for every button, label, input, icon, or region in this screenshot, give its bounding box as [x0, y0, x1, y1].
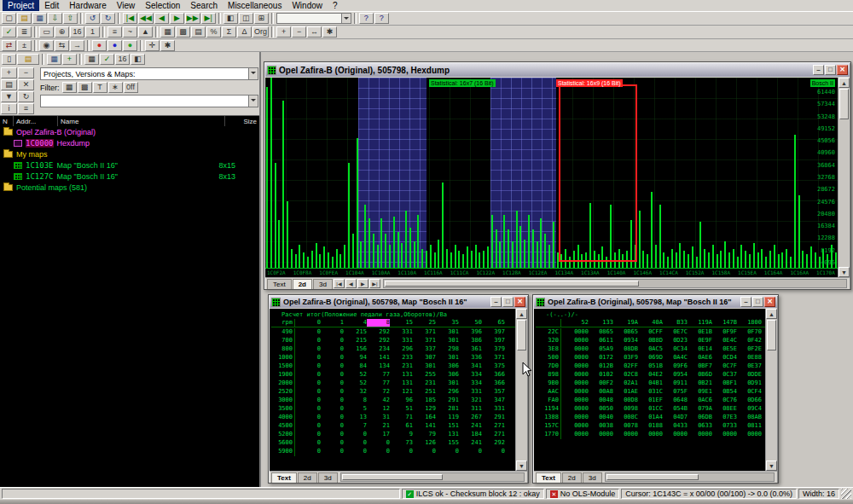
- axis-value[interactable]: 1: [321, 319, 344, 327]
- map-cell-value[interactable]: 77: [367, 371, 390, 379]
- map-cell-value[interactable]: 08AB: [737, 414, 762, 422]
- map-cell-value[interactable]: 298: [436, 345, 459, 354]
- map-cell-value[interactable]: 156: [344, 345, 367, 354]
- map-cell-value[interactable]: 126: [413, 439, 436, 448]
- map-cell-value[interactable]: 366: [482, 371, 505, 379]
- filter-text-icon[interactable]: T: [93, 82, 107, 93]
- map-cell-value[interactable]: 09E1: [688, 388, 712, 397]
- map-cell-value[interactable]: 0: [298, 397, 321, 405]
- map-cell-value[interactable]: 119: [436, 414, 459, 422]
- map-cell-value[interactable]: 0000: [564, 405, 589, 414]
- search-icon[interactable]: ◉: [39, 40, 54, 51]
- projects-versions-maps-combo[interactable]: Projects, Versions & Maps:: [40, 67, 258, 80]
- close-button[interactable]: ✕: [764, 297, 775, 307]
- close-button[interactable]: ✕: [514, 297, 525, 307]
- axis-value[interactable]: 133: [589, 319, 613, 327]
- map-cell-value[interactable]: 00F2: [589, 379, 613, 388]
- map-cell-value[interactable]: 331: [390, 328, 413, 337]
- menu-item-selection[interactable]: Selection: [140, 0, 185, 11]
- map-cell-value[interactable]: 0: [321, 354, 344, 362]
- map-cell-value[interactable]: 0000: [564, 362, 589, 371]
- nav-first-icon[interactable]: |◀: [334, 279, 345, 288]
- axis-value[interactable]: 0: [298, 319, 321, 327]
- map-cell-value[interactable]: 331: [390, 337, 413, 345]
- map-cell-value[interactable]: 0: [482, 448, 505, 456]
- map-cell-value[interactable]: 184: [459, 431, 482, 439]
- map-cell-value[interactable]: 0: [321, 362, 344, 371]
- map-cell-value[interactable]: 32: [344, 388, 367, 397]
- scrollbar-track[interactable]: [838, 120, 850, 267]
- map-cell-value[interactable]: 0B54: [712, 388, 737, 397]
- view-text-icon[interactable]: ≡: [107, 26, 122, 38]
- map-cell-value[interactable]: 0000: [564, 379, 589, 388]
- map1-table[interactable]: Расчет итог(Положение педали газа,Оборот…: [270, 309, 515, 471]
- map-cell-value[interactable]: 0: [321, 431, 344, 439]
- tab-3d[interactable]: 3d: [318, 472, 338, 483]
- nav-next-icon[interactable]: ▶: [357, 279, 368, 288]
- zoom-in-icon[interactable]: +: [276, 26, 291, 38]
- map-cell-value[interactable]: 0: [321, 448, 344, 456]
- map-cell-value[interactable]: 0: [298, 345, 321, 354]
- import-file-icon[interactable]: ⇩: [48, 13, 62, 24]
- map-cell-value[interactable]: 0: [298, 414, 321, 422]
- map-cell-value[interactable]: 09F6: [663, 362, 688, 371]
- map-cell-value[interactable]: 0648: [663, 397, 688, 405]
- map-cell-value[interactable]: 01A4: [638, 414, 663, 422]
- undo-icon[interactable]: ↺: [85, 13, 100, 24]
- map-cell-value[interactable]: 334: [459, 379, 482, 388]
- column-header-name[interactable]: Name: [58, 116, 225, 126]
- map-cell-value[interactable]: 301: [413, 362, 436, 371]
- map-cell-value[interactable]: 08EE: [712, 405, 737, 414]
- map-cell-value[interactable]: 0: [298, 431, 321, 439]
- map-cell-value[interactable]: 375: [482, 362, 505, 371]
- filter-all-icon[interactable]: ∗: [108, 82, 123, 93]
- map-cell-value[interactable]: 241: [459, 422, 482, 431]
- map-cell-value[interactable]: 0098: [613, 405, 638, 414]
- map-cell-value[interactable]: 301: [436, 337, 459, 345]
- map-cell-value[interactable]: 0C34: [663, 345, 688, 354]
- map-cell-value[interactable]: 77: [367, 379, 390, 388]
- properties-icon[interactable]: ✱: [322, 26, 337, 38]
- map-cell-value[interactable]: 0000: [564, 422, 589, 431]
- maximize-button[interactable]: □: [502, 297, 514, 307]
- map-cell-value[interactable]: 0AC6: [688, 397, 712, 405]
- axis-value[interactable]: 8: [367, 319, 390, 327]
- select-mode-icon[interactable]: ▭: [39, 26, 54, 38]
- map-cell-value[interactable]: 12: [367, 405, 390, 414]
- map-cell-value[interactable]: 0000: [564, 345, 589, 354]
- map-cell-value[interactable]: 0000: [613, 431, 638, 439]
- scroll-up-icon[interactable]: ▲: [766, 309, 777, 319]
- scrollbar-track[interactable]: [766, 351, 777, 461]
- map-cell-value[interactable]: 0: [321, 422, 344, 431]
- map-cell-value[interactable]: 0: [321, 337, 344, 345]
- map-cell-value[interactable]: 0000: [663, 431, 688, 439]
- map-cell-value[interactable]: 185: [413, 397, 436, 405]
- tab-3d[interactable]: 3d: [583, 472, 602, 483]
- map-cell-value[interactable]: 0: [298, 422, 321, 431]
- percent-button[interactable]: %: [206, 26, 221, 38]
- horizontal-scrollbar[interactable]: [340, 472, 525, 482]
- map-cell-value[interactable]: 02C8: [613, 371, 638, 379]
- map-cell-value[interactable]: 397: [482, 337, 505, 345]
- tab-3d[interactable]: 3d: [313, 279, 333, 289]
- map-cell-value[interactable]: 0: [321, 397, 344, 405]
- tree-item[interactable]: Opel Zafira-B (Original): [0, 126, 259, 137]
- map-cell-value[interactable]: 0D91: [737, 379, 762, 388]
- map-cell-value[interactable]: 0B65: [613, 328, 638, 337]
- map-cell-value[interactable]: 255: [413, 371, 436, 379]
- map-cell-value[interactable]: 0: [298, 362, 321, 371]
- nav-first-icon[interactable]: |◀: [123, 13, 137, 24]
- scrollbar-thumb[interactable]: [767, 320, 776, 350]
- map-cell-value[interactable]: 366: [482, 379, 505, 388]
- map-cell-value[interactable]: 0: [344, 431, 367, 439]
- map-cell-value[interactable]: 131: [390, 379, 413, 388]
- minimize-button[interactable]: –: [813, 65, 824, 75]
- map2-titlebar[interactable]: Opel Zafira-B (Original), 505798, Map "B…: [534, 296, 777, 308]
- maximize-button[interactable]: □: [825, 65, 836, 75]
- resize-grip[interactable]: [841, 489, 851, 499]
- hexdump-titlebar[interactable]: Opel Zafira-B (Original), 505798, Hexdum…: [265, 63, 850, 77]
- map-cell-value[interactable]: 131: [390, 371, 413, 379]
- map-cell-value[interactable]: 71: [390, 414, 413, 422]
- map2-table[interactable]: -(-..-)/-5213319A40AB33119A147B180022C00…: [534, 309, 765, 471]
- tree-item[interactable]: 1C127CMap "Bosch II 16"8x13: [0, 171, 259, 182]
